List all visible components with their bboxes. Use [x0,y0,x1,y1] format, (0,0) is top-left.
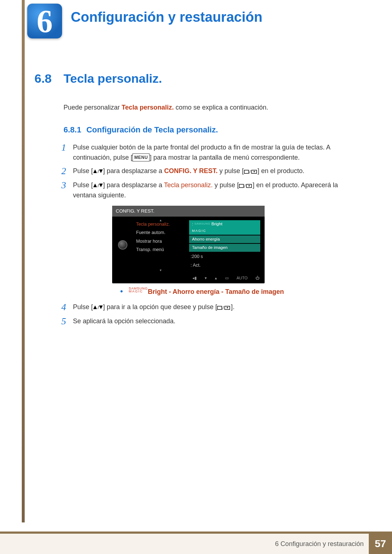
enter-icon: / [217,305,231,310]
step-3: 3 Pulse [/] para desplazarse a Tecla per… [61,180,361,299]
osd-power-icon: ⏻ [256,275,260,281]
page-number: 57 [369,533,392,554]
osd-popup-opt3: Tamaño de imagen [189,244,260,252]
svg-marker-0 [93,169,97,173]
step-num-3: 3 [61,180,73,191]
svg-rect-15 [217,306,222,309]
up-down-icon: / [93,169,103,174]
subsection-title: Configuración de Tecla personaliz. [86,125,218,134]
opt3: Tamaño de imagen [225,288,284,295]
step-num-1: 1 [61,143,73,153]
s4b: ] para ir a la opción que desee y pulse … [103,303,217,311]
step-num-2: 2 [61,166,73,177]
s2d: ] en el producto. [258,167,305,175]
step-3-body: Pulse [/] para desplazarse a Tecla perso… [73,180,361,299]
s2b: ] para desplazarse a [103,167,164,175]
osd-popup-opt1: : SAMSUNG BrightMAGIC [189,220,260,235]
step-2-body: Pulse [/] para desplazarse a CONFIG. Y R… [73,166,361,176]
opt2: Ahorro energía [173,288,220,295]
osd-menu-right: : SAMSUNG BrightMAGIC Ahorro energía Tam… [188,219,265,271]
section-number: 6.8 [34,69,64,88]
s3-target: Tecla personaliz. [164,181,213,189]
svg-text:/: / [244,184,246,188]
s4c: ]. [231,303,234,311]
section-heading: 6.8Tecla personaliz. [34,69,361,88]
opt1: Bright [148,288,167,295]
intro-text: Puede personalizar Tecla personaliz. com… [64,103,361,113]
osd-title: CONFIG. Y REST. [112,206,265,217]
osd-enter-icon: ▭ [225,275,229,281]
svg-marker-8 [99,184,103,187]
svg-rect-3 [244,170,249,173]
chapter-title: Configuración y restauración [71,9,262,25]
osd-value: : Act. [189,261,260,270]
osd-item: Transp. menú [134,246,187,254]
svg-text:/: / [249,169,251,174]
subsection-number: 6.8.1 [64,125,81,134]
svg-marker-2 [99,169,103,173]
chapter-badge: 6 [27,4,62,38]
bullet-dot-icon: • [120,288,123,294]
osd-footer-icons: ◂▮ ▾ ▴ ▭ AUTO ⏻ [112,274,265,282]
svg-marker-6 [93,184,97,187]
step-5-body: Se aplicará la opción seleccionada. [73,316,361,327]
svg-text:/: / [98,169,99,174]
svg-rect-9 [239,184,244,188]
steps-list: 1 Pulse cualquier botón de la parte fron… [61,143,361,327]
s3c: y pulse [ [213,181,239,189]
osd-brand-big: MAGIC [192,229,207,233]
svg-marker-14 [99,305,103,309]
sidebar-stripe [22,0,25,522]
step-4-body: Pulse [/] para ir a la opción que desee … [73,302,361,312]
step-1-body: Pulse cualquier botón de la parte fronta… [73,143,361,163]
options-bullet: • SAMSUNGMAGICBright - Ahorro energía - … [120,287,361,297]
menu-button-label: MENU [132,153,150,162]
osd-dial-icon [112,219,133,271]
svg-text:/: / [98,183,99,188]
osd-item: Fuente autom. [134,229,187,237]
subsection-heading: 6.8.1Configuración de Tecla personaliz. [64,124,361,136]
brand-small: SAMSUNGMAGIC [129,287,148,293]
step-num-4: 4 [61,302,73,313]
step-5: 5 Se aplicará la opción seleccionada. [61,316,361,327]
step-4: 4 Pulse [/] para ir a la opción que dese… [61,302,361,313]
osd-up-icon: ▴ [215,275,217,281]
s4a: Pulse [ [73,303,93,311]
page-footer: 6 Configuración y restauración 57 [0,532,392,554]
up-down-icon: / [93,305,103,310]
options-text: SAMSUNGMAGICBright - Ahorro energía - Ta… [129,287,284,297]
osd-opt1: Bright [212,222,222,226]
s2c: y pulse [ [218,167,244,175]
enter-icon: / [244,169,258,174]
sep: - [167,288,172,295]
osd-value: :200 s [189,253,260,261]
sep: - [220,288,225,295]
svg-marker-12 [93,305,97,309]
page-content: 6.8Tecla personaliz. Puede personalizar … [34,69,361,330]
up-down-icon: / [93,183,103,188]
enter-icon: / [239,183,253,188]
osd-down-icon: ▾ [205,275,207,281]
s3b: ] para desplazarse a [103,181,164,189]
osd-screenshot: CONFIG. Y REST. Tecla personaliz. Fuente… [112,206,361,283]
s3a: Pulse [ [73,181,93,189]
footer-text: 6 Configuración y restauración [275,540,364,548]
osd-back-icon: ◂▮ [192,275,197,281]
step1-b: ] para mostrar la pantalla de menú corre… [150,154,299,161]
step-num-5: 5 [61,316,73,327]
osd-menu-left: Tecla personaliz. Fuente autom. Mostrar … [133,219,188,271]
s2-target: CONFIG. Y REST. [164,167,217,175]
svg-text:/: / [98,305,99,310]
osd-brand-small: SAMSUNG [194,222,210,225]
osd-auto-label: AUTO [237,275,248,281]
osd-item-selected: Tecla personaliz. [134,220,187,229]
osd-item: Mostrar hora [134,237,187,246]
section-title: Tecla personaliz. [64,71,162,85]
step-2: 2 Pulse [/] para desplazarse a CONFIG. Y… [61,166,361,177]
osd-popup-opt2: Ahorro energía [189,235,260,243]
intro-bold: Tecla personaliz. [122,104,174,111]
s2a: Pulse [ [73,167,93,175]
svg-text:/: / [222,305,224,310]
intro-pre: Puede personalizar [64,104,122,111]
intro-post: como se explica a continuación. [174,104,268,111]
